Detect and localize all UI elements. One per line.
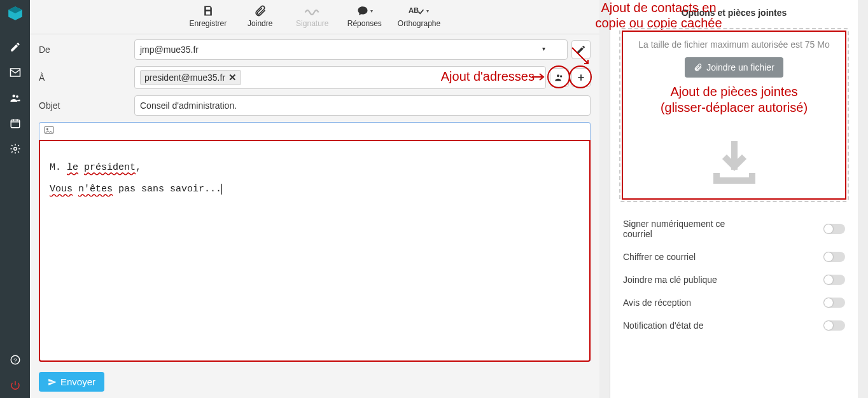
paperclip-icon <box>254 4 267 18</box>
nav-settings-icon[interactable] <box>0 136 30 161</box>
svg-text:AB: AB <box>409 6 419 14</box>
to-field[interactable]: president@mue35.fr ✕ <box>134 66 546 89</box>
option-receipt-label: Avis de réception <box>623 298 691 308</box>
save-label: Enregistrer <box>189 19 227 28</box>
recipient-chip-label: president@mue35.fr <box>144 72 225 83</box>
option-receipt-toggle[interactable] <box>823 298 845 308</box>
option-pubkey: Joindre ma clé publique <box>623 268 845 291</box>
nav-contacts-icon[interactable] <box>0 85 30 111</box>
nav-help-icon[interactable]: ? <box>0 347 30 373</box>
attach-button[interactable]: Joindre <box>241 4 279 28</box>
svg-rect-8 <box>206 7 210 10</box>
option-sign: Signer numériquement ce courriel <box>623 212 845 245</box>
from-row: De jmp@mue35.fr ▾ <box>39 39 591 60</box>
to-label: À <box>39 72 134 83</box>
recipient-chip[interactable]: president@mue35.fr ✕ <box>140 70 241 85</box>
download-icon <box>628 141 840 186</box>
option-pubkey-toggle[interactable] <box>823 275 845 285</box>
save-button[interactable]: Enregistrer <box>189 4 227 28</box>
add-contact-button[interactable] <box>550 68 569 87</box>
svg-point-5 <box>13 148 17 151</box>
svg-rect-4 <box>11 120 20 128</box>
from-field[interactable]: jmp@mue35.fr ▾ <box>134 39 568 60</box>
svg-point-14 <box>46 128 48 130</box>
option-dsn: Notification d'état de <box>623 314 845 337</box>
attachment-dropzone[interactable]: La taille de fichier maximum autorisée e… <box>619 28 849 202</box>
signature-icon <box>304 4 321 18</box>
to-row: À president@mue35.fr ✕ <box>39 66 591 89</box>
nav-mail-icon[interactable] <box>0 60 30 85</box>
responses-button[interactable]: ▾ Réponses <box>346 4 384 28</box>
compose-area: De jmp@mue35.fr ▾ À president@mue35.fr ✕ <box>30 34 599 367</box>
svg-point-11 <box>557 74 559 77</box>
save-icon <box>201 4 215 18</box>
right-panel-title: Options et pièces jointes <box>610 0 858 25</box>
pencil-icon <box>576 45 586 55</box>
spellcheck-label: Orthographe <box>398 19 440 28</box>
add-cc-button[interactable] <box>571 68 591 87</box>
svg-rect-9 <box>206 11 210 15</box>
main-panel: Enregistrer Joindre Signature ▾ Réponses… <box>30 0 599 398</box>
editor-toolbar <box>39 122 591 140</box>
spellcheck-icon: AB▾ <box>409 4 429 18</box>
subject-field[interactable]: Conseil d'administration. <box>134 95 591 116</box>
subject-row: Objet Conseil d'administration. <box>39 95 591 116</box>
contacts-icon <box>554 72 565 83</box>
option-pubkey-label: Joindre ma clé publique <box>623 275 717 285</box>
left-sidebar: ? <box>0 0 30 398</box>
send-label: Envoyer <box>60 376 95 387</box>
option-sign-toggle[interactable] <box>823 224 845 234</box>
subject-label: Objet <box>39 100 134 111</box>
subject-value: Conseil d'administration. <box>140 100 237 111</box>
chevron-down-icon[interactable]: ▾ <box>542 45 545 52</box>
attach-file-label: Joindre un fichier <box>706 62 774 72</box>
nav-compose-icon[interactable] <box>0 34 30 60</box>
remove-recipient-icon[interactable]: ✕ <box>228 72 237 83</box>
signature-button[interactable]: Signature <box>293 4 332 28</box>
edit-from-button[interactable] <box>571 40 591 59</box>
option-encrypt-label: Chiffrer ce courriel <box>623 252 696 262</box>
signature-label: Signature <box>296 19 328 28</box>
svg-point-3 <box>16 95 18 98</box>
right-scrollbar[interactable] <box>858 0 868 398</box>
svg-point-2 <box>12 95 15 98</box>
right-panel: Options et pièces jointes La taille de f… <box>610 0 858 398</box>
option-dsn-toggle[interactable] <box>823 320 845 331</box>
send-icon <box>48 378 57 387</box>
send-row: Envoyer <box>30 367 599 398</box>
spellcheck-button[interactable]: AB▾ Orthographe <box>398 4 440 28</box>
option-encrypt: Chiffrer ce courriel <box>623 245 845 268</box>
attach-label: Joindre <box>248 19 272 28</box>
responses-label: Réponses <box>347 19 382 28</box>
option-encrypt-toggle[interactable] <box>823 252 845 262</box>
options-list: Signer numériquement ce courriel Chiffre… <box>610 207 858 342</box>
option-sign-label: Signer numériquement ce courriel <box>623 219 750 239</box>
message-body[interactable]: M. le président, Vous n'êtes pas sans sa… <box>39 140 591 362</box>
nav-calendar-icon[interactable] <box>0 111 30 136</box>
main-scrollbar[interactable] <box>599 0 610 398</box>
app-logo <box>6 4 25 23</box>
plus-icon <box>577 73 585 82</box>
responses-icon: ▾ <box>356 4 373 18</box>
compose-toolbar: Enregistrer Joindre Signature ▾ Réponses… <box>30 0 599 34</box>
svg-point-12 <box>560 75 562 77</box>
attach-file-button[interactable]: Joindre un fichier <box>685 57 783 78</box>
send-button[interactable]: Envoyer <box>39 372 104 392</box>
option-dsn-label: Notification d'état de <box>623 320 703 331</box>
nav-power-icon[interactable] <box>0 373 30 398</box>
annotation-attachments: Ajout de pièces jointes (glisser-déplace… <box>628 84 840 116</box>
paperclip-icon <box>694 63 703 72</box>
from-label: De <box>39 45 134 55</box>
option-receipt: Avis de réception <box>623 291 845 314</box>
svg-text:?: ? <box>13 357 17 364</box>
dropzone-maxsize: La taille de fichier maximum autorisée e… <box>628 39 840 50</box>
insert-image-icon[interactable] <box>43 125 55 137</box>
from-value: jmp@mue35.fr <box>140 45 199 55</box>
